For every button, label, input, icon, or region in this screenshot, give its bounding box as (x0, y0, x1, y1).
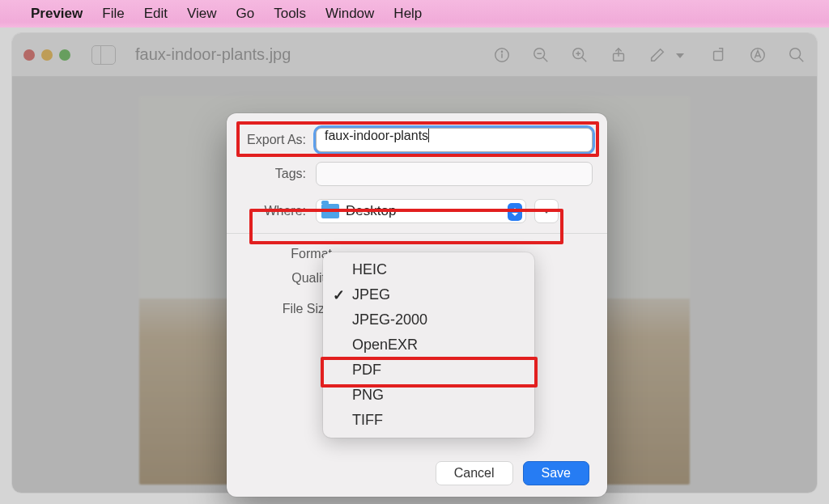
zoom-window-button[interactable] (59, 49, 70, 61)
svg-line-7 (582, 57, 587, 61)
rotate-icon[interactable] (710, 46, 728, 64)
search-icon[interactable] (788, 46, 806, 64)
menu-edit[interactable]: Edit (144, 6, 168, 22)
svg-rect-13 (714, 51, 723, 60)
menu-go[interactable]: Go (236, 6, 255, 22)
close-window-button[interactable] (23, 49, 35, 61)
info-icon[interactable] (493, 46, 511, 64)
menu-tools[interactable]: Tools (274, 6, 306, 22)
svg-marker-12 (676, 53, 684, 58)
svg-line-4 (543, 57, 548, 61)
highlight-icon[interactable] (749, 46, 767, 64)
document-title: faux-indoor-plants.jpg (130, 45, 478, 64)
zoom-in-icon[interactable] (571, 46, 589, 64)
format-option-openexr[interactable]: OpenEXR (323, 332, 534, 358)
menu-window[interactable]: Window (325, 6, 374, 22)
minimize-window-button[interactable] (41, 49, 53, 61)
window-toolbar: faux-indoor-plants.jpg (12, 33, 817, 77)
svg-point-15 (790, 48, 801, 58)
expand-location-button[interactable] (534, 199, 559, 223)
sidebar-toggle-button[interactable] (91, 45, 116, 65)
share-icon[interactable] (610, 46, 627, 64)
tags-label: Tags: (241, 167, 306, 181)
format-option-jpeg2000[interactable]: JPEG-2000 (323, 307, 534, 332)
chevron-down-icon (542, 209, 551, 214)
export-as-label: Export As: (241, 133, 306, 147)
where-value: Desktop (346, 203, 396, 219)
markup-chevron-icon[interactable] (671, 46, 689, 64)
svg-point-2 (501, 51, 502, 52)
stepper-arrows-icon (508, 203, 522, 221)
divider (227, 233, 607, 234)
menu-view[interactable]: View (187, 6, 217, 22)
markup-icon[interactable] (648, 46, 666, 64)
cancel-button[interactable]: Cancel (436, 461, 513, 485)
zoom-out-icon[interactable] (532, 46, 550, 64)
tags-input[interactable] (316, 162, 593, 186)
window-traffic-lights (23, 49, 70, 61)
where-select[interactable]: Desktop (316, 199, 526, 223)
format-dropdown: HEIC JPEG JPEG-2000 OpenEXR PDF PNG TIFF (323, 252, 534, 438)
app-menu[interactable]: Preview (31, 6, 83, 22)
mac-menu-bar: Preview File Edit View Go Tools Window H… (0, 0, 829, 28)
menu-file[interactable]: File (102, 6, 124, 22)
format-option-heic[interactable]: HEIC (323, 257, 534, 282)
svg-line-16 (799, 57, 804, 61)
format-option-jpeg[interactable]: JPEG (323, 282, 534, 307)
dialog-buttons: Cancel Save (436, 461, 589, 485)
export-as-input[interactable]: faux-indoor-plants (316, 128, 593, 152)
where-label: Where: (257, 204, 306, 218)
menu-help[interactable]: Help (393, 6, 422, 22)
format-option-png[interactable]: PNG (323, 383, 534, 408)
format-option-tiff[interactable]: TIFF (323, 408, 534, 433)
format-option-pdf[interactable]: PDF (323, 358, 534, 383)
save-button[interactable]: Save (523, 461, 589, 485)
folder-icon (321, 204, 339, 218)
